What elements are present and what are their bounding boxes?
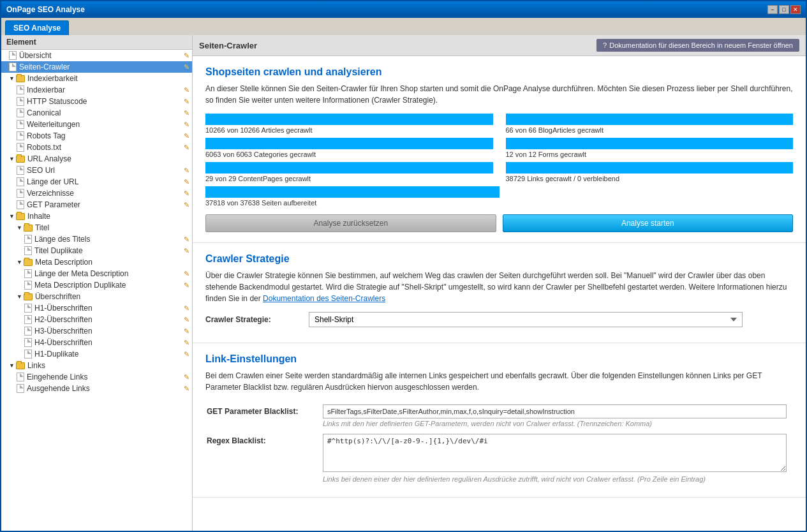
reset-button[interactable]: Analyse zurücksetzen xyxy=(205,214,496,232)
sidebar-item-h3[interactable]: H3-Überschriften ✎ xyxy=(1,325,192,337)
sidebar-item-laenge-url[interactable]: Länge der URL ✎ xyxy=(1,176,192,188)
sidebar-item-titel-duplikate[interactable]: Titel Duplikate ✎ xyxy=(1,245,192,256)
edit-icon[interactable]: ✎ xyxy=(184,316,189,324)
sidebar-item-meta-description[interactable]: ▼ Meta Description xyxy=(1,256,192,268)
sidebar-item-get-parameter[interactable]: GET Parameter ✎ xyxy=(1,199,192,211)
folder-icon xyxy=(16,362,25,369)
sidebar-item-h1[interactable]: H1-Überschriften ✎ xyxy=(1,302,192,314)
sidebar-item-label: H4-Überschriften xyxy=(34,338,93,347)
get-blacklist-input[interactable] xyxy=(323,404,787,418)
edit-icon[interactable]: ✎ xyxy=(184,86,189,94)
sidebar-item-seiten-crawler[interactable]: Seiten-Crawler ✎ xyxy=(1,61,192,73)
close-button[interactable]: ✕ xyxy=(790,5,801,14)
sidebar-item-seo-url[interactable]: SEO Url ✎ xyxy=(1,165,192,176)
edit-icon[interactable]: ✎ xyxy=(184,350,189,358)
sidebar-item-h2[interactable]: H2-Überschriften ✎ xyxy=(1,314,192,325)
page-icon xyxy=(17,143,24,152)
tab-bar: SEO Analyse xyxy=(1,18,806,35)
sidebar-item-indexierbar[interactable]: Indexierbar ✎ xyxy=(1,84,192,96)
crawler-strategy-select[interactable]: Shell-Skript Manuell xyxy=(309,312,743,327)
progress-categories: 6063 von 6063 Categories gecrawlt xyxy=(205,138,493,158)
edit-icon[interactable]: ✎ xyxy=(184,98,189,106)
sidebar-item-ueberschriften[interactable]: ▼ Überschriften xyxy=(1,291,192,302)
expand-icon: ▼ xyxy=(17,259,22,265)
sidebar-item-ausgehende-links[interactable]: Ausgehende Links ✎ xyxy=(1,383,192,394)
edit-icon[interactable]: ✎ xyxy=(184,235,189,244)
edit-icon[interactable]: ✎ xyxy=(184,144,189,152)
sidebar-item-links[interactable]: ▼ Links xyxy=(1,360,192,371)
sidebar-item-url-analyse[interactable]: ▼ URL Analyse xyxy=(1,153,192,165)
get-blacklist-hint: Links mit den hier definierten GET-Param… xyxy=(323,420,787,427)
edit-icon[interactable]: ✎ xyxy=(184,281,189,290)
sidebar-item-laenge-meta[interactable]: Länge der Meta Description ✎ xyxy=(1,268,192,279)
edit-icon[interactable]: ✎ xyxy=(184,121,189,129)
folder-icon xyxy=(16,213,25,220)
expand-icon: ▼ xyxy=(17,293,22,300)
progress-bar-fill xyxy=(205,114,493,125)
expand-icon: ▼ xyxy=(17,225,22,231)
edit-icon[interactable]: ✎ xyxy=(184,63,189,71)
sidebar-item-label: H2-Überschriften xyxy=(34,315,93,324)
progress-bar-fill xyxy=(506,114,794,125)
progress-label: 12 von 12 Forms gecrawlt xyxy=(506,151,794,158)
progress-blogarticles: 66 von 66 BlogArticles gecrawlt xyxy=(506,114,794,134)
edit-icon[interactable]: ✎ xyxy=(184,189,189,198)
page-icon xyxy=(17,200,24,209)
page-icon xyxy=(17,85,24,94)
edit-icon[interactable]: ✎ xyxy=(184,109,189,117)
progress-bar-bg xyxy=(506,114,794,125)
documentation-button[interactable]: ? Dokumentation für diesen Bereich in ne… xyxy=(596,39,799,52)
sidebar-item-canonical[interactable]: Canonical ✎ xyxy=(1,107,192,119)
edit-icon[interactable]: ✎ xyxy=(184,52,189,60)
progress-label: 38729 Links gecrawlt / 0 verbleibend xyxy=(506,175,794,182)
sidebar-item-laenge-titels[interactable]: Länge des Titels ✎ xyxy=(1,233,192,245)
sidebar-item-meta-duplikate[interactable]: Meta Description Duplikate ✎ xyxy=(1,279,192,291)
edit-icon[interactable]: ✎ xyxy=(184,270,189,278)
regex-blacklist-textarea[interactable]: #^http(s)?:\/\/[a-z0-9-.]{1,}\/dev\/#i xyxy=(323,434,787,472)
seo-analyse-tab[interactable]: SEO Analyse xyxy=(5,20,69,35)
progress-label: 66 von 66 BlogArticles gecrawlt xyxy=(506,126,794,134)
sidebar-item-eingehende-links[interactable]: Eingehende Links ✎ xyxy=(1,371,192,383)
edit-icon[interactable]: ✎ xyxy=(184,304,189,313)
edit-icon[interactable]: ✎ xyxy=(184,385,189,393)
edit-icon[interactable]: ✎ xyxy=(184,247,189,255)
sidebar-item-inhalte[interactable]: ▼ Inhalte xyxy=(1,211,192,222)
edit-icon[interactable]: ✎ xyxy=(184,132,189,140)
edit-icon[interactable]: ✎ xyxy=(184,178,189,186)
sidebar-item-indexierbarkeit[interactable]: ▼ Indexierbarkeit xyxy=(1,73,192,84)
sidebar-item-robots-txt[interactable]: Robots.txt ✎ xyxy=(1,142,192,153)
page-icon xyxy=(17,97,24,106)
sidebar-item-h1-duplikate[interactable]: H1-Duplikate ✎ xyxy=(1,348,192,360)
progress-bar-bg xyxy=(506,162,794,174)
edit-icon[interactable]: ✎ xyxy=(184,201,189,209)
sidebar-item-titel[interactable]: ▼ Titel xyxy=(1,222,192,233)
sidebar-item-weiterleitungen[interactable]: Weiterleitungen ✎ xyxy=(1,119,192,130)
folder-icon xyxy=(16,156,25,163)
crawler-docs-link[interactable]: Dokumentation des Seiten-Crawlers xyxy=(263,294,385,303)
page-icon xyxy=(24,327,32,336)
sidebar-item-label: Indexierbarkeit xyxy=(27,74,78,83)
panel-content: Shopseiten crawlen und analysieren An di… xyxy=(193,56,806,531)
page-icon xyxy=(24,269,32,278)
edit-icon[interactable]: ✎ xyxy=(184,327,189,336)
restore-button[interactable]: □ xyxy=(779,5,789,14)
edit-icon[interactable]: ✎ xyxy=(184,339,189,347)
progress-seiten: 37818 von 37638 Seiten aufbereitet xyxy=(205,186,500,207)
link-settings-table: GET Parameter Blacklist: Links mit den h… xyxy=(205,401,793,487)
title-bar: OnPage SEO Analyse − □ ✕ xyxy=(1,1,806,18)
sidebar-item-h4[interactable]: H4-Überschriften ✎ xyxy=(1,337,192,348)
sidebar-item-label: Canonical xyxy=(27,108,61,117)
sidebar-item-label: Übersicht xyxy=(19,51,52,60)
minimize-button[interactable]: − xyxy=(767,5,778,14)
question-icon: ? xyxy=(603,41,607,49)
sidebar-item-label: Ausgehende Links xyxy=(27,384,90,393)
sidebar-item-uebersicht[interactable]: Übersicht ✎ xyxy=(1,50,192,61)
sidebar-item-robots-tag[interactable]: Robots Tag ✎ xyxy=(1,130,192,142)
sidebar-item-verzeichnisse[interactable]: Verzeichnisse ✎ xyxy=(1,188,192,199)
main-panel: Seiten-Crawler ? Dokumentation für diese… xyxy=(193,35,806,531)
edit-icon[interactable]: ✎ xyxy=(184,373,189,381)
start-button[interactable]: Analyse starten xyxy=(503,214,794,232)
sidebar-item-http-statuscode[interactable]: HTTP Statuscode ✎ xyxy=(1,96,192,107)
edit-icon[interactable]: ✎ xyxy=(184,166,189,175)
crawl-section: Shopseiten crawlen und analysieren An di… xyxy=(193,56,806,243)
